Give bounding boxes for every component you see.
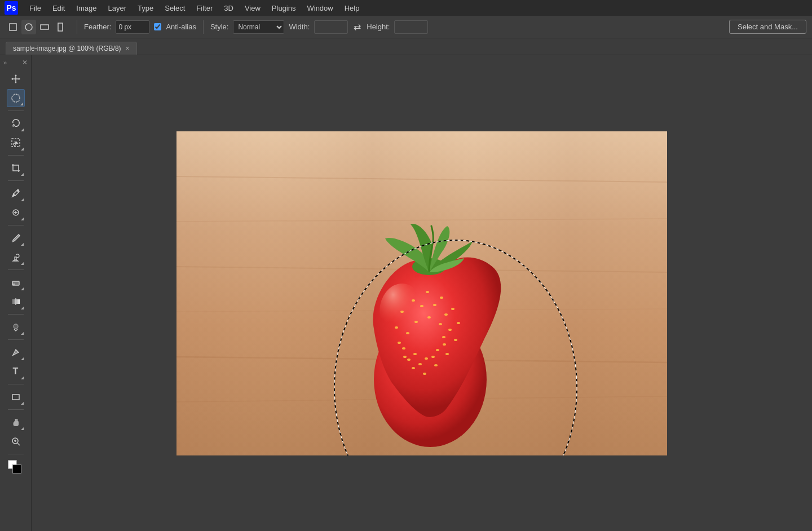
height-input[interactable] — [394, 20, 428, 34]
menu-item-layer[interactable]: Layer — [103, 0, 133, 16]
elliptical-marquee-tool-btn[interactable] — [7, 89, 25, 107]
type-tool-btn[interactable]: T — [7, 362, 25, 380]
healing-brush-tool-btn[interactable] — [7, 203, 25, 222]
tool-panel-expand-icon[interactable]: » — [3, 59, 7, 66]
menu-item-view[interactable]: View — [239, 0, 266, 16]
tool-divider-5 — [8, 269, 24, 270]
svg-rect-3 — [58, 23, 63, 31]
doc-tab[interactable]: sample-image.jpg @ 100% (RGB/8) × — [6, 42, 137, 55]
sep1 — [77, 20, 77, 34]
tool-divider-9 — [8, 409, 24, 410]
anti-alias-checkbox[interactable] — [154, 23, 161, 30]
svg-point-49 — [444, 313, 448, 316]
svg-point-62 — [425, 357, 428, 360]
svg-point-52 — [431, 356, 435, 358]
svg-rect-18 — [12, 395, 19, 400]
menu-item-3d[interactable]: 3D — [218, 0, 239, 16]
tool-divider-10 — [8, 454, 24, 454]
svg-point-38 — [454, 339, 457, 341]
selection-shape-tools — [6, 20, 68, 34]
object-select-tool-btn[interactable] — [7, 134, 25, 152]
shape-tool-btn[interactable] — [7, 388, 25, 406]
svg-point-54 — [407, 359, 411, 361]
tool-panel: » ✕ — [0, 55, 32, 531]
tool-divider-1 — [8, 110, 24, 111]
menu-item-edit[interactable]: Edit — [47, 0, 70, 16]
width-input[interactable] — [314, 20, 348, 34]
lasso-tool-btn[interactable] — [7, 114, 25, 132]
style-label: Style: — [210, 23, 229, 31]
canvas-container — [176, 131, 667, 455]
elliptical-marquee-opt-btn[interactable] — [21, 20, 36, 34]
svg-point-57 — [414, 321, 418, 323]
rectangular-marquee-opt-btn[interactable] — [6, 20, 20, 34]
svg-line-20 — [17, 443, 20, 445]
svg-rect-14 — [12, 281, 19, 285]
crop-tool-btn[interactable] — [7, 159, 25, 177]
svg-point-7 — [12, 94, 20, 102]
anti-alias-label[interactable]: Anti-alias — [154, 23, 196, 31]
type-tool-icon: T — [13, 366, 19, 377]
single-col-opt-btn[interactable] — [53, 20, 68, 34]
gradient-tool-btn[interactable] — [7, 293, 25, 311]
tool-panel-header: » ✕ — [0, 57, 31, 68]
svg-point-40 — [434, 364, 438, 366]
blur-tool-btn[interactable] — [7, 318, 25, 336]
canvas-area — [32, 55, 812, 531]
canvas-image[interactable] — [176, 131, 667, 455]
svg-point-17 — [14, 324, 18, 329]
svg-point-59 — [439, 323, 442, 325]
svg-point-34 — [426, 291, 429, 293]
eyedropper-tool-btn[interactable] — [7, 184, 25, 202]
menu-item-plugins[interactable]: Plugins — [266, 0, 302, 16]
eraser-tool-btn[interactable] — [7, 273, 25, 291]
app-logo: Ps — [5, 1, 18, 15]
width-label: Width: — [289, 23, 310, 31]
svg-point-61 — [436, 349, 439, 351]
svg-point-37 — [457, 322, 460, 324]
menu-items: FileEditImageLayerTypeSelectFilter3DView… — [24, 0, 365, 16]
svg-point-45 — [395, 326, 398, 329]
svg-rect-2 — [41, 25, 48, 29]
tool-panel-close-icon[interactable]: ✕ — [22, 59, 28, 67]
feather-input[interactable] — [116, 20, 149, 34]
menu-item-file[interactable]: File — [24, 0, 47, 16]
menu-item-image[interactable]: Image — [70, 0, 102, 16]
svg-point-9 — [14, 143, 16, 145]
stamp-tool-btn[interactable] — [7, 248, 25, 266]
svg-point-35 — [440, 297, 443, 299]
tool-divider-8 — [8, 384, 24, 384]
svg-point-46 — [400, 311, 404, 313]
menu-item-window[interactable]: Window — [301, 0, 338, 16]
single-row-opt-btn[interactable] — [37, 20, 52, 34]
svg-point-44 — [398, 342, 401, 344]
svg-point-36 — [451, 308, 454, 310]
svg-point-10 — [17, 190, 19, 192]
pen-tool-btn[interactable] — [7, 343, 25, 361]
svg-point-1 — [25, 24, 32, 30]
menu-item-select[interactable]: Select — [159, 0, 191, 16]
svg-point-55 — [402, 347, 405, 349]
zoom-tool-btn[interactable] — [7, 432, 25, 450]
menu-item-type[interactable]: Type — [132, 0, 159, 16]
style-select[interactable]: Normal Fixed Ratio Fixed Size — [233, 20, 284, 34]
doc-tab-bar: sample-image.jpg @ 100% (RGB/8) × — [0, 38, 812, 55]
fg-bg-colors-btn[interactable] — [6, 458, 26, 476]
move-tool-btn[interactable] — [7, 70, 25, 88]
menu-item-help[interactable]: Help — [339, 0, 365, 16]
doc-tab-filename: sample-image.jpg @ 100% (RGB/8) — [13, 45, 121, 52]
svg-point-50 — [448, 329, 452, 331]
menu-item-filter[interactable]: Filter — [191, 0, 218, 16]
select-mask-button[interactable]: Select and Mask... — [729, 20, 806, 34]
menu-bar: Ps FileEditImageLayerTypeSelectFilter3DV… — [0, 0, 812, 16]
brush-tool-btn[interactable] — [7, 229, 25, 247]
anti-alias-text: Anti-alias — [166, 23, 196, 31]
svg-point-47 — [420, 305, 423, 307]
swap-dimensions-btn[interactable]: ⇄ — [352, 21, 362, 32]
tool-divider-2 — [8, 155, 24, 156]
hand-tool-btn[interactable] — [7, 413, 25, 431]
svg-point-43 — [403, 356, 407, 358]
svg-point-42 — [412, 367, 415, 369]
tool-divider-3 — [8, 180, 24, 181]
doc-tab-close[interactable]: × — [126, 45, 130, 52]
